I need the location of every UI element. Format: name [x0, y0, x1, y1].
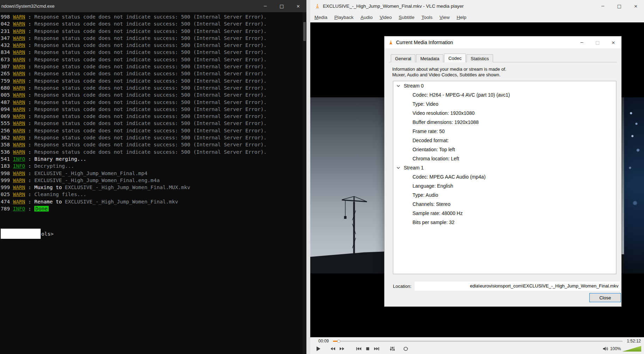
log-timestamp-fragment: 042 [1, 21, 13, 27]
cmd-scrollbar[interactable] [303, 12, 306, 354]
stream-label: Stream 1 [404, 165, 424, 171]
tree-stream-header[interactable]: Stream 1 [393, 163, 616, 172]
dialog-close-button[interactable]: × [605, 36, 621, 48]
tree-item[interactable]: Bits per sample: 32 [393, 218, 616, 227]
volume-percent: 100% [610, 346, 621, 351]
equalizer-sliders-icon [389, 346, 395, 352]
tree-item[interactable]: Buffer dimensions: 1920x1088 [393, 118, 616, 127]
tree-item[interactable]: Codec: H264 - MPEG-4 AVC (part 10) (avc1… [393, 90, 616, 99]
cmd-close-button[interactable]: × [290, 0, 306, 12]
tree-item[interactable]: Video resolution: 1920x1080 [393, 109, 616, 118]
dialog-title: Current Media Information [396, 40, 453, 45]
console-line: 680 WARN : Response status code does not… [1, 84, 306, 91]
fast-forward-button[interactable] [337, 345, 346, 353]
vlc-titlebar[interactable]: EXCLUSIVE_-_High_Jump_Women_Final.mkv - … [310, 0, 644, 12]
tree-stream-header[interactable]: Stream 0 [393, 81, 616, 90]
tree-item[interactable]: Frame rate: 50 [393, 127, 616, 136]
log-level: WARN [13, 135, 25, 140]
log-message: EXCLUSIVE_-_High_Jump_Women_Final.mp4 [34, 171, 147, 176]
tree-item[interactable]: Chroma location: Left [393, 154, 616, 163]
location-field[interactable]: edia\eurovisionsport_com\EXCLUSIVE_-_Hig… [415, 282, 620, 291]
log-timestamp-fragment: 999 [1, 178, 13, 183]
menu-media[interactable]: Media [311, 13, 331, 21]
seek-knob[interactable] [337, 340, 340, 343]
previous-button[interactable] [354, 345, 363, 353]
log-message: Response status code does not indicate s… [34, 135, 266, 140]
log-message: Response status code does not indicate s… [34, 128, 266, 133]
menu-view[interactable]: View [436, 13, 453, 21]
dialog-close-action-button[interactable]: Close [589, 293, 621, 302]
log-timestamp-fragment: 789 [1, 206, 13, 211]
menu-playback[interactable]: Playback [331, 13, 357, 21]
console-line: 673 WARN : Response status code does not… [1, 56, 306, 63]
dialog-titlebar[interactable]: Current Media Information ─ □ × [385, 36, 621, 48]
dialog-description-line2: Muxer, Audio and Video Codecs, Subtitles… [392, 72, 506, 78]
vlc-close-button[interactable]: × [628, 0, 644, 12]
tree-item[interactable]: Orientation: Top left [393, 145, 616, 154]
log-message: Response status code does not indicate s… [34, 71, 266, 76]
log-message: Response status code does not indicate s… [34, 113, 266, 119]
tab-statistics[interactable]: Statistics [466, 54, 493, 62]
vlc-window-title: EXCLUSIVE_-_High_Jump_Women_Final.mkv - … [323, 4, 464, 9]
tree-item[interactable]: Channels: Stereo [393, 200, 616, 209]
stop-icon [365, 346, 371, 352]
menu-audio[interactable]: Audio [357, 13, 376, 21]
tab-metadata[interactable]: Metadata [416, 54, 443, 62]
loop-icon [403, 346, 409, 352]
vlc-minimize-button[interactable]: ─ [595, 0, 611, 12]
log-level: INFO [13, 206, 25, 211]
vlc-menubar: MediaPlaybackAudioVideoSubtitleToolsView… [310, 12, 644, 22]
log-level: WARN [13, 178, 25, 183]
stop-button[interactable] [363, 345, 372, 353]
log-timestamp-fragment: 541 [1, 156, 13, 162]
log-level: WARN [13, 171, 25, 176]
seek-slider[interactable] [333, 341, 623, 342]
crane-silhouette [335, 192, 377, 255]
log-message: Response status code does not indicate s… [34, 149, 266, 155]
extended-settings-button[interactable] [388, 345, 397, 353]
cmd-scrollbar-thumb[interactable] [303, 22, 306, 41]
log-timestamp-fragment: 474 [1, 199, 13, 204]
log-message: Done [34, 206, 49, 211]
log-timestamp-fragment: 673 [1, 57, 13, 62]
log-timestamp-fragment: 005 [1, 92, 13, 98]
cmd-titlebar[interactable]: ndows\System32\cmd.exe ─ □ × [0, 0, 306, 12]
tree-item[interactable]: Decoded format: [393, 136, 616, 145]
tree-item[interactable]: Codec: MPEG AAC Audio (mp4a) [393, 172, 616, 181]
desktop: ndows\System32\cmd.exe ─ □ × 998 WARN : … [0, 0, 644, 354]
tab-codec[interactable]: Codec [444, 54, 466, 62]
dialog-description-line1: Information about what your media or str… [392, 67, 506, 72]
vlc-maximize-button[interactable]: □ [611, 0, 628, 12]
cmd-maximize-button[interactable]: □ [273, 0, 290, 12]
console-line: 487 WARN : Response status code does not… [1, 99, 306, 106]
log-message: Response status code does not indicate s… [34, 57, 266, 62]
tree-item[interactable]: Sample rate: 48000 Hz [393, 209, 616, 218]
rewind-button[interactable] [328, 345, 337, 353]
log-level: INFO [13, 163, 25, 169]
volume-slider[interactable] [622, 346, 641, 352]
menu-tools[interactable]: Tools [418, 13, 436, 21]
tree-item[interactable]: Type: Video [393, 99, 616, 109]
console-output: 998 WARN : Response status code does not… [0, 12, 306, 212]
transport-buttons: 100% [310, 343, 644, 354]
log-level: WARN [13, 99, 25, 105]
elapsed-time: 00:09 [318, 339, 329, 343]
dialog-minimize-button[interactable]: ─ [574, 36, 590, 48]
cmd-minimize-button[interactable]: ─ [257, 0, 273, 12]
console-line: 005 WARN : Response status code does not… [1, 91, 306, 98]
prompt-line: ols> [1, 229, 306, 239]
tree-item[interactable]: Language: English [393, 181, 616, 190]
tree-item[interactable]: Type: Audio [393, 190, 616, 200]
menu-video[interactable]: Video [376, 13, 395, 21]
play-button[interactable] [313, 344, 324, 354]
log-level: WARN [13, 71, 25, 76]
loop-button[interactable] [401, 345, 410, 353]
log-timestamp-fragment: 680 [1, 85, 13, 91]
menu-help[interactable]: Help [453, 13, 470, 21]
log-message: Response status code does not indicate s… [34, 99, 266, 105]
menu-subtitle[interactable]: Subtitle [395, 13, 418, 21]
log-message: Response status code does not indicate s… [34, 106, 266, 112]
next-button[interactable] [372, 345, 381, 353]
location-label: Location: [393, 284, 411, 289]
tab-general[interactable]: General [391, 54, 415, 62]
